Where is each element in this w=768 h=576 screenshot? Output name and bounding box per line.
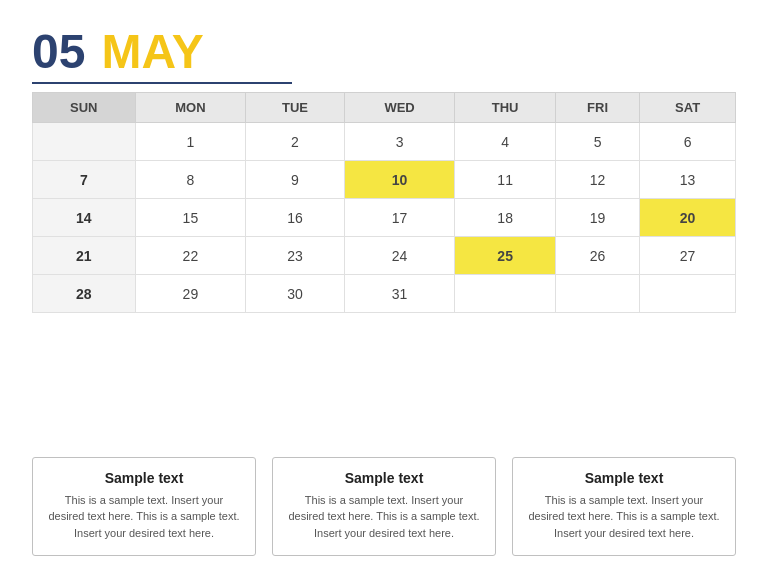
calendar-day: 1 <box>135 123 246 161</box>
calendar-day: 17 <box>344 199 455 237</box>
calendar-day: 19 <box>555 199 639 237</box>
calendar-day: 28 <box>33 275 136 313</box>
header-underline <box>32 82 292 84</box>
calendar-day: 14 <box>33 199 136 237</box>
header-sat: SAT <box>640 93 736 123</box>
calendar-day: 26 <box>555 237 639 275</box>
calendar-day <box>555 275 639 313</box>
card-3-text: This is a sample text. Insert your desir… <box>527 492 721 542</box>
calendar-wrapper: SUN MON TUE WED THU FRI SAT 123456789101… <box>32 92 736 443</box>
calendar-day <box>455 275 555 313</box>
calendar-day: 6 <box>640 123 736 161</box>
calendar-day: 9 <box>246 161 344 199</box>
calendar-day: 3 <box>344 123 455 161</box>
calendar-day: 18 <box>455 199 555 237</box>
card-1-text: This is a sample text. Insert your desir… <box>47 492 241 542</box>
card-3: Sample text This is a sample text. Inser… <box>512 457 736 557</box>
calendar-day: 10 <box>344 161 455 199</box>
calendar-day: 23 <box>246 237 344 275</box>
header-mon: MON <box>135 93 246 123</box>
month-number: 05 <box>32 28 85 76</box>
calendar-day: 30 <box>246 275 344 313</box>
calendar-day: 11 <box>455 161 555 199</box>
calendar-day <box>33 123 136 161</box>
calendar-day: 24 <box>344 237 455 275</box>
calendar-day: 8 <box>135 161 246 199</box>
calendar-day: 13 <box>640 161 736 199</box>
calendar-day: 16 <box>246 199 344 237</box>
calendar-day: 20 <box>640 199 736 237</box>
calendar-day: 4 <box>455 123 555 161</box>
month-name: MAY <box>101 28 203 76</box>
card-3-title: Sample text <box>527 470 721 486</box>
calendar-day: 5 <box>555 123 639 161</box>
calendar-day: 2 <box>246 123 344 161</box>
header-thu: THU <box>455 93 555 123</box>
card-2-text: This is a sample text. Insert your desir… <box>287 492 481 542</box>
calendar-day: 25 <box>455 237 555 275</box>
calendar-day: 7 <box>33 161 136 199</box>
calendar-day: 15 <box>135 199 246 237</box>
calendar-day: 31 <box>344 275 455 313</box>
header-tue: TUE <box>246 93 344 123</box>
card-1: Sample text This is a sample text. Inser… <box>32 457 256 557</box>
card-2: Sample text This is a sample text. Inser… <box>272 457 496 557</box>
card-1-title: Sample text <box>47 470 241 486</box>
header-sun: SUN <box>33 93 136 123</box>
calendar-day: 27 <box>640 237 736 275</box>
calendar-day <box>640 275 736 313</box>
calendar-day: 12 <box>555 161 639 199</box>
card-2-title: Sample text <box>287 470 481 486</box>
bottom-cards: Sample text This is a sample text. Inser… <box>32 457 736 557</box>
header-wed: WED <box>344 93 455 123</box>
header-fri: FRI <box>555 93 639 123</box>
calendar-day: 22 <box>135 237 246 275</box>
calendar-day: 21 <box>33 237 136 275</box>
calendar-day: 29 <box>135 275 246 313</box>
calendar-table: SUN MON TUE WED THU FRI SAT 123456789101… <box>32 92 736 313</box>
